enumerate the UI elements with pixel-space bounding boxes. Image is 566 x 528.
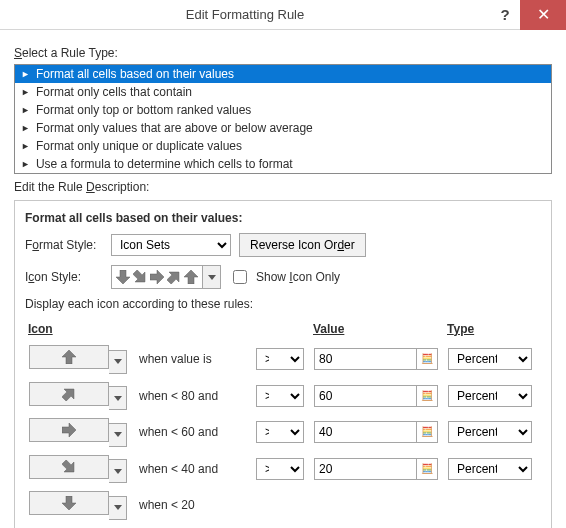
rule-description-label: Edit the Rule Description: bbox=[14, 180, 552, 194]
operator-select[interactable]: >= bbox=[256, 458, 304, 480]
icon-rule-row: when < 60 and>=🧮Percent bbox=[27, 415, 539, 450]
range-picker-icon: 🧮 bbox=[421, 391, 433, 401]
range-picker-icon: 🧮 bbox=[421, 464, 433, 474]
icon-dropdown-button[interactable] bbox=[109, 459, 127, 483]
arrow-up-right-icon bbox=[167, 270, 181, 284]
arrow-down-right-icon bbox=[133, 270, 147, 284]
header-icon: Icon bbox=[27, 321, 135, 340]
header-type: Type bbox=[446, 321, 539, 340]
type-select[interactable]: Percent bbox=[448, 385, 532, 407]
condition-label: when < 80 and bbox=[139, 389, 218, 403]
value-input[interactable] bbox=[314, 421, 416, 443]
rule-type-item[interactable]: ►Format only unique or duplicate values bbox=[15, 137, 551, 155]
icon-select-button[interactable] bbox=[29, 455, 109, 479]
icon-rule-row: when value is>=🧮Percentile bbox=[27, 342, 539, 377]
range-picker-button[interactable]: 🧮 bbox=[416, 458, 438, 480]
close-button[interactable]: ✕ bbox=[520, 0, 566, 30]
arrow-up-icon bbox=[62, 350, 76, 364]
description-box: Format all cells based on their values: … bbox=[14, 200, 552, 528]
bullet-icon: ► bbox=[21, 123, 30, 133]
arrow-down-right-icon bbox=[62, 460, 76, 474]
rule-type-item-label: Format only top or bottom ranked values bbox=[36, 103, 251, 117]
arrow-down-icon bbox=[116, 270, 130, 284]
display-rules-label: Display each icon according to these rul… bbox=[25, 297, 541, 311]
dropdown-button[interactable] bbox=[202, 266, 220, 288]
bullet-icon: ► bbox=[21, 105, 30, 115]
arrow-down-icon bbox=[62, 496, 76, 510]
rule-type-item-label: Format all cells based on their values bbox=[36, 67, 234, 81]
icon-dropdown-button[interactable] bbox=[109, 496, 127, 520]
header-value: Value bbox=[312, 321, 444, 340]
icon-dropdown-button[interactable] bbox=[109, 423, 127, 447]
bullet-icon: ► bbox=[21, 87, 30, 97]
condition-label: when < 40 and bbox=[139, 462, 218, 476]
arrow-up-icon bbox=[184, 270, 198, 284]
rule-type-item-label: Use a formula to determine which cells t… bbox=[36, 157, 293, 171]
icon-select-button[interactable] bbox=[29, 491, 109, 515]
value-input[interactable] bbox=[314, 458, 416, 480]
reverse-icon-order-button[interactable]: Reverse Icon Order bbox=[239, 233, 366, 257]
show-icon-only-input[interactable] bbox=[233, 270, 247, 284]
rule-type-item[interactable]: ►Format only top or bottom ranked values bbox=[15, 101, 551, 119]
bullet-icon: ► bbox=[21, 69, 30, 79]
icon-rule-row: when < 80 and>=🧮Percent bbox=[27, 379, 539, 414]
icon-rule-row: when < 20 bbox=[27, 488, 539, 523]
range-picker-icon: 🧮 bbox=[421, 354, 433, 364]
rule-type-item-label: Format only unique or duplicate values bbox=[36, 139, 242, 153]
range-picker-button[interactable]: 🧮 bbox=[416, 385, 438, 407]
icon-style-label: Icon Style: bbox=[25, 270, 103, 284]
bullet-icon: ► bbox=[21, 141, 30, 151]
range-picker-button[interactable]: 🧮 bbox=[416, 421, 438, 443]
icon-dropdown-button[interactable] bbox=[109, 386, 127, 410]
show-icon-only-checkbox[interactable]: Show Icon Only bbox=[229, 267, 340, 287]
condition-label: when value is bbox=[139, 352, 212, 366]
description-title: Format all cells based on their values: bbox=[25, 211, 541, 225]
rule-type-item-label: Format only values that are above or bel… bbox=[36, 121, 313, 135]
rule-type-list[interactable]: ►Format all cells based on their values►… bbox=[14, 64, 552, 174]
icon-select-button[interactable] bbox=[29, 382, 109, 406]
range-picker-icon: 🧮 bbox=[421, 427, 433, 437]
help-button[interactable]: ? bbox=[490, 6, 520, 23]
condition-label: when < 20 bbox=[139, 498, 195, 512]
operator-select[interactable]: >= bbox=[256, 385, 304, 407]
icon-select-button[interactable] bbox=[29, 418, 109, 442]
show-icon-only-label: Show Icon Only bbox=[256, 270, 340, 284]
window-title: Edit Formatting Rule bbox=[0, 7, 490, 22]
icon-dropdown-button[interactable] bbox=[109, 350, 127, 374]
value-input[interactable] bbox=[314, 385, 416, 407]
rule-type-item[interactable]: ►Format only cells that contain bbox=[15, 83, 551, 101]
rule-type-item-label: Format only cells that contain bbox=[36, 85, 192, 99]
icon-rule-row: when < 40 and>=🧮Percent bbox=[27, 452, 539, 487]
arrow-up-right-icon bbox=[62, 387, 76, 401]
rule-type-item[interactable]: ►Format only values that are above or be… bbox=[15, 119, 551, 137]
operator-select[interactable]: >= bbox=[256, 421, 304, 443]
type-select[interactable]: Percent bbox=[448, 421, 532, 443]
arrow-right-icon bbox=[150, 270, 164, 284]
range-picker-button[interactable]: 🧮 bbox=[416, 348, 438, 370]
operator-select[interactable]: >= bbox=[256, 348, 304, 370]
type-select[interactable]: Percent bbox=[448, 458, 532, 480]
icon-style-select[interactable] bbox=[111, 265, 221, 289]
rule-type-label: Select a Rule Type: bbox=[14, 46, 552, 60]
rule-type-item[interactable]: ►Use a formula to determine which cells … bbox=[15, 155, 551, 173]
value-input[interactable] bbox=[314, 348, 416, 370]
condition-label: when < 60 and bbox=[139, 425, 218, 439]
type-select[interactable]: Percentile bbox=[448, 348, 532, 370]
format-style-select[interactable]: Icon Sets bbox=[111, 234, 231, 256]
format-style-label: Format Style: bbox=[25, 238, 103, 252]
arrow-right-icon bbox=[62, 423, 76, 437]
title-bar: Edit Formatting Rule ? ✕ bbox=[0, 0, 566, 30]
icon-rules-table: Icon Value Type when value is>=🧮Percenti… bbox=[25, 319, 541, 525]
bullet-icon: ► bbox=[21, 159, 30, 169]
icon-select-button[interactable] bbox=[29, 345, 109, 369]
rule-type-item[interactable]: ►Format all cells based on their values bbox=[15, 65, 551, 83]
